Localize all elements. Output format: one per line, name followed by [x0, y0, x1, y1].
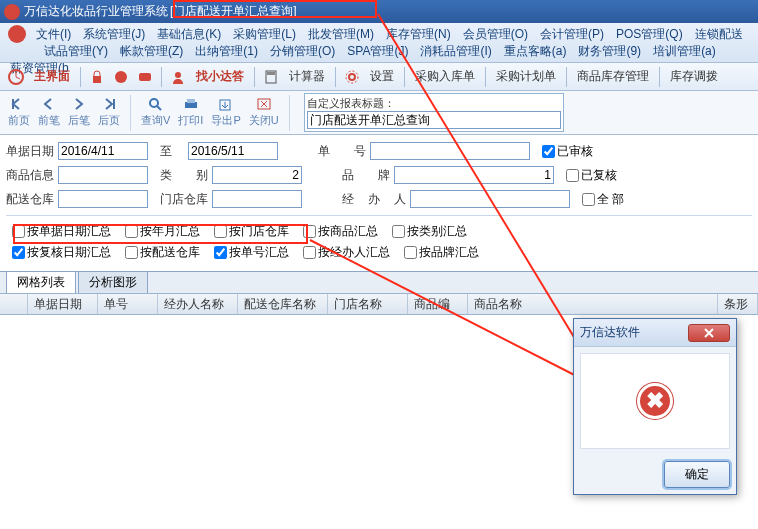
- col-barcode[interactable]: 条形: [718, 294, 758, 314]
- menu-system[interactable]: 系统管理(J): [83, 26, 145, 43]
- ps-label: 配送仓库: [6, 191, 54, 208]
- link-purchase-plan[interactable]: 采购计划单: [496, 68, 556, 85]
- menu-spa[interactable]: SPA管理(J): [347, 43, 408, 60]
- calculator[interactable]: 计算器: [289, 68, 325, 85]
- menu-dist[interactable]: 分销管理(O): [270, 43, 335, 60]
- svg-rect-6: [267, 72, 275, 75]
- nav-last[interactable]: 后页: [98, 97, 120, 128]
- link-stock-mgmt[interactable]: 商品库存管理: [577, 68, 649, 85]
- close-icon: [703, 328, 715, 338]
- svg-rect-11: [187, 99, 195, 103]
- menu-billing[interactable]: 帐款管理(Z): [120, 43, 183, 60]
- menu-train[interactable]: 培训管理(a): [653, 43, 716, 60]
- ps-warehouse[interactable]: [58, 190, 148, 208]
- chk-audited[interactable]: [542, 145, 555, 158]
- nav-export[interactable]: 导出P: [211, 97, 240, 128]
- menu-app-icon: [8, 25, 26, 43]
- grid-header: 单据日期 单号 经办人名称 配送仓库名称 门店名称 商品编 商品名称 条形: [0, 293, 758, 315]
- col-date[interactable]: 单据日期: [28, 294, 98, 314]
- chk-s6[interactable]: [12, 246, 25, 259]
- gear-icon: [343, 68, 361, 86]
- title-bar: 万信达化妆品行业管理系统 [门店配送开单汇总查询]: [0, 0, 758, 23]
- category-input[interactable]: [212, 166, 302, 184]
- date-label: 单据日期: [6, 143, 54, 160]
- report-title-label: 自定义报表标题：: [307, 96, 561, 111]
- col-store[interactable]: 门店名称: [328, 294, 408, 314]
- brand-input[interactable]: [394, 166, 554, 184]
- nav-prev[interactable]: 前笔: [38, 97, 60, 128]
- date-from[interactable]: [58, 142, 148, 160]
- svg-point-9: [150, 99, 158, 107]
- date-to[interactable]: [188, 142, 278, 160]
- chat-icon[interactable]: [112, 68, 130, 86]
- app-title: 万信达化妆品行业管理系统: [24, 0, 168, 23]
- col-prodcode[interactable]: 商品编: [408, 294, 468, 314]
- menu-pos[interactable]: POS管理(Q): [616, 26, 683, 43]
- nav-first[interactable]: 前页: [8, 97, 30, 128]
- chk-all[interactable]: [582, 193, 595, 206]
- menu-stock[interactable]: 库存管理(N): [386, 26, 451, 43]
- calc-icon: [262, 68, 280, 86]
- msg-icon[interactable]: [136, 68, 154, 86]
- md-label: 门店仓库: [160, 191, 208, 208]
- menu-purchase[interactable]: 采购管理(L): [233, 26, 296, 43]
- menu-basic[interactable]: 基础信息(K): [157, 26, 221, 43]
- dialog-title: 万信达软件: [580, 324, 688, 341]
- menu-finance[interactable]: 财务管理(9): [578, 43, 641, 60]
- svg-rect-3: [139, 73, 151, 81]
- link-stock-transfer[interactable]: 库存调拨: [670, 68, 718, 85]
- menu-wholesale[interactable]: 批发管理(M): [308, 26, 374, 43]
- nav-query[interactable]: 查询V: [141, 97, 170, 128]
- menu-bar: 文件(I) 系统管理(J) 基础信息(K) 采购管理(L) 批发管理(M) 库存…: [0, 23, 758, 63]
- find-xiaoda[interactable]: 找小达答: [196, 68, 244, 85]
- error-icon: ✖: [637, 383, 673, 419]
- app-icon: [4, 4, 20, 20]
- tab-grid[interactable]: 网格列表: [6, 271, 76, 293]
- menu-member[interactable]: 会员管理(O): [463, 26, 528, 43]
- menu-trial[interactable]: 试品管理(Y): [44, 43, 108, 60]
- col-operator[interactable]: 经办人名称: [158, 294, 238, 314]
- tab-chart[interactable]: 分析图形: [78, 271, 148, 293]
- col-blank[interactable]: [0, 294, 28, 314]
- chk-s4[interactable]: [303, 225, 316, 238]
- dialog-close-button[interactable]: [688, 324, 730, 342]
- tabs: 网格列表 分析图形: [0, 271, 758, 293]
- menu-key[interactable]: 重点客略(a): [504, 43, 567, 60]
- to-label: 至: [160, 143, 172, 160]
- chk-s10[interactable]: [404, 246, 417, 259]
- product-label: 商品信息: [6, 167, 54, 184]
- link-purchase-in[interactable]: 采购入库单: [415, 68, 475, 85]
- chk-reviewed[interactable]: [566, 169, 579, 182]
- col-no[interactable]: 单号: [98, 294, 158, 314]
- nav-close[interactable]: 关闭U: [249, 97, 279, 128]
- menu-cashier[interactable]: 出纳管理(1): [195, 43, 258, 60]
- chk-s9[interactable]: [303, 246, 316, 259]
- product-input[interactable]: [58, 166, 148, 184]
- operator-input[interactable]: [410, 190, 570, 208]
- lock-icon[interactable]: [88, 68, 106, 86]
- dialog-ok-button[interactable]: 确定: [664, 461, 730, 488]
- chk-s3[interactable]: [214, 225, 227, 238]
- menu-file[interactable]: 文件(I): [36, 26, 71, 43]
- chk-s8[interactable]: [214, 246, 227, 259]
- report-title-box: 自定义报表标题：: [304, 93, 564, 132]
- menu-consume[interactable]: 消耗品管理(I): [420, 43, 491, 60]
- menu-account[interactable]: 会计管理(P): [540, 26, 604, 43]
- chk-s5[interactable]: [392, 225, 405, 238]
- message-dialog: 万信达软件 ✖ 确定: [573, 318, 737, 495]
- nav-next[interactable]: 后笔: [68, 97, 90, 128]
- md-warehouse[interactable]: [212, 190, 302, 208]
- chk-s2[interactable]: [125, 225, 138, 238]
- col-pswh[interactable]: 配送仓库名称: [238, 294, 328, 314]
- order-no[interactable]: [370, 142, 530, 160]
- main-screen[interactable]: 主界面: [34, 68, 70, 85]
- menu-chain[interactable]: 连锁配送: [695, 26, 743, 43]
- chk-s7[interactable]: [125, 246, 138, 259]
- chk-s1[interactable]: [12, 225, 25, 238]
- compass-icon: [7, 68, 25, 86]
- report-title-input[interactable]: [307, 111, 561, 129]
- filter-panel: 单据日期 至 单 号 已审核 商品信息 类 别 品 牌 已复核 配送仓库 门店仓…: [0, 135, 758, 267]
- settings[interactable]: 设置: [370, 68, 394, 85]
- col-prodname[interactable]: 商品名称: [468, 294, 718, 314]
- nav-print[interactable]: 打印I: [178, 97, 203, 128]
